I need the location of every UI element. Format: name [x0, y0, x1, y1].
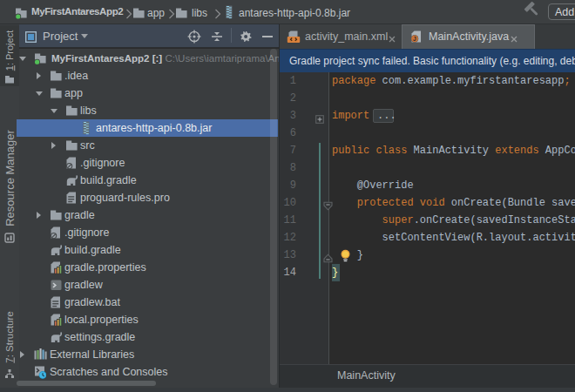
- svg-text:J: J: [413, 36, 416, 42]
